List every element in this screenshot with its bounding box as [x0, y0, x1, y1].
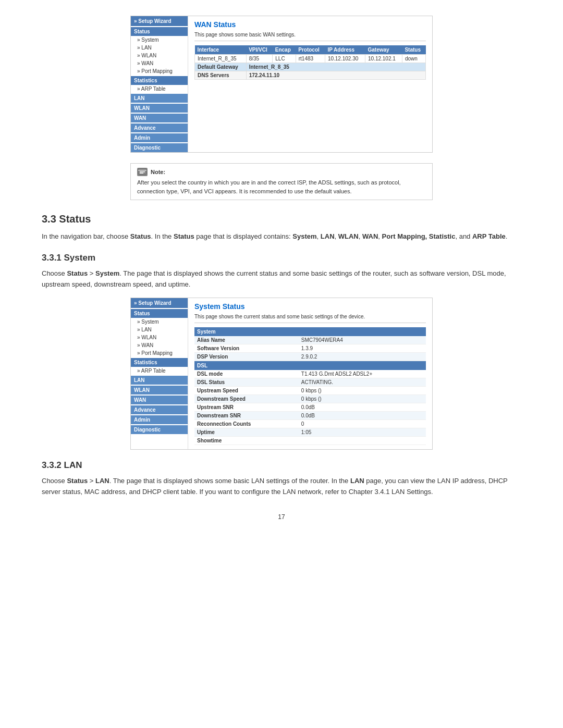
sidebar-wan-nav[interactable]: WAN — [131, 114, 188, 122]
sidebar-wan-nav-2[interactable]: WAN — [131, 396, 188, 404]
alias-label: Alias Name — [194, 336, 299, 344]
sidebar-item-wlan[interactable]: » WLAN — [131, 52, 188, 59]
sidebar-wlan[interactable]: WLAN — [131, 104, 188, 113]
software-label: Software Version — [194, 344, 299, 353]
col-status: Status — [402, 45, 425, 55]
sidebar-item-wan[interactable]: » WAN — [131, 59, 188, 67]
sidebar-admin[interactable]: Admin — [131, 133, 188, 142]
showtime-label: Showtime — [194, 437, 299, 445]
wan-table-row: Internet_R_8_35 8/35 LLC rt1483 10.12.10… — [195, 55, 426, 63]
section-3-3-1-body: Choose Status > System. The page that is… — [42, 268, 521, 290]
wan-page-title: WAN Status — [194, 20, 426, 29]
sidebar-diagnostic[interactable]: Diagnostic — [131, 143, 188, 152]
wan-page-description: This page shows some basic WAN settings. — [194, 32, 426, 41]
section-3-3-body: In the navigation bar, choose Status. In… — [42, 231, 521, 242]
upstream-row: Upstream Speed 0 kbps () — [194, 387, 426, 395]
sidebar-arp-table[interactable]: » ARP Table — [131, 85, 188, 93]
sidebar-system: » Setup Wizard Status » System » LAN » W… — [131, 298, 188, 449]
sidebar-arp-table-2[interactable]: » ARP Table — [131, 367, 188, 375]
sidebar-statistics[interactable]: Statistics — [131, 76, 188, 85]
dsp-row: DSP Version 2.9.0.2 — [194, 353, 426, 361]
col-encap: Encap — [273, 45, 296, 55]
col-gateway: Gateway — [365, 45, 402, 55]
reconnection-row: Reconnection Counts 0 — [194, 420, 426, 428]
dsp-value: 2.9.0.2 — [299, 353, 426, 361]
sidebar-advance[interactable]: Advance — [131, 124, 188, 132]
svg-rect-3 — [140, 173, 143, 174]
software-row: Software Version 1.3.9 — [194, 344, 426, 353]
sidebar-item-system-2[interactable]: » System — [131, 318, 188, 326]
showtime-value — [299, 437, 426, 445]
sidebar-status-header-2[interactable]: Status — [131, 309, 188, 318]
sidebar-wlan-2[interactable]: WLAN — [131, 386, 188, 394]
cell-gateway: 10.12.102.1 — [365, 55, 402, 63]
section-3-3-2-body: Choose Status > LAN. The page that is di… — [42, 476, 521, 498]
downsnr-value: 0.0dB — [299, 412, 426, 420]
upsnr-row: Upstream SNR 0.0dB — [194, 403, 426, 412]
system-page-title: System Status — [194, 302, 426, 311]
reconnection-value: 0 — [299, 420, 426, 428]
section-3-3-2-heading: 3.3.2 LAN — [42, 460, 521, 471]
note-header: Note: — [137, 168, 426, 176]
sidebar-setup-wizard[interactable]: » Setup Wizard — [131, 16, 188, 26]
upsnr-value: 0.0dB — [299, 403, 426, 412]
uptime-value: 1:05 — [299, 428, 426, 437]
gateway-row: Default Gateway Internet_R_8_35 — [195, 63, 426, 71]
sidebar-item-wlan-2[interactable]: » WLAN — [131, 334, 188, 341]
sidebar-item-system[interactable]: » System — [131, 36, 188, 44]
sidebar-lan[interactable]: LAN — [131, 94, 188, 103]
sidebar-item-portmapping[interactable]: » Port Mapping — [131, 67, 188, 75]
wan-status-table: Interface VPI/VCI Encap Protocol IP Addr… — [194, 45, 426, 80]
sidebar-lan-2[interactable]: LAN — [131, 376, 188, 385]
sidebar-statistics-2[interactable]: Statistics — [131, 358, 188, 367]
downsnr-label: Downstream SNR — [194, 412, 299, 420]
cell-vpivci: 8/35 — [246, 55, 273, 63]
system-main-content: System Status This page shows the curren… — [188, 298, 432, 449]
system-status-table: System Alias Name SMC7904WERA4 Software … — [194, 327, 426, 445]
dsl-section-row: DSL — [194, 361, 426, 371]
cell-ipaddress: 10.12.102.30 — [325, 55, 365, 63]
downstream-value: 0 kbps () — [299, 395, 426, 403]
note-icon — [137, 168, 148, 176]
sidebar-item-wan-2[interactable]: » WAN — [131, 341, 188, 349]
uptime-row: Uptime 1:05 — [194, 428, 426, 437]
dsp-label: DSP Version — [194, 353, 299, 361]
system-section-row: System — [194, 327, 426, 336]
page-number: 17 — [42, 513, 521, 521]
dns-row: DNS Servers 172.24.11.10 — [195, 71, 426, 80]
alias-value: SMC7904WERA4 — [299, 336, 426, 344]
sidebar-advance-2[interactable]: Advance — [131, 405, 188, 414]
gateway-value: Internet_R_8_35 — [246, 63, 425, 71]
upstream-value: 0 kbps () — [299, 387, 426, 395]
sidebar-item-lan-2[interactable]: » LAN — [131, 326, 188, 334]
system-status-panel: » Setup Wizard Status » System » LAN » W… — [130, 298, 433, 450]
downstream-row: Downstream Speed 0 kbps () — [194, 395, 426, 403]
cell-interface: Internet_R_8_35 — [195, 55, 247, 63]
dslmode-row: DSL mode T1.413 G.Dmt ADSL2 ADSL2+ — [194, 370, 426, 378]
col-ipaddress: IP Address — [325, 45, 365, 55]
reconnection-label: Reconnection Counts — [194, 420, 299, 428]
dsl-section-label: DSL — [194, 361, 426, 371]
sidebar-setup-wizard-2[interactable]: » Setup Wizard — [131, 298, 188, 308]
dslstatus-row: DSL Status ACTIVATING. — [194, 378, 426, 387]
wan-main-content: WAN Status This page shows some basic WA… — [188, 16, 432, 152]
sidebar-admin-2[interactable]: Admin — [131, 415, 188, 424]
sidebar-item-lan[interactable]: » LAN — [131, 44, 188, 52]
dslmode-value: T1.413 G.Dmt ADSL2 ADSL2+ — [299, 370, 426, 378]
downstream-label: Downstream Speed — [194, 395, 299, 403]
alias-row: Alias Name SMC7904WERA4 — [194, 336, 426, 344]
upsnr-label: Upstream SNR — [194, 403, 299, 412]
sidebar-item-portmapping-2[interactable]: » Port Mapping — [131, 349, 188, 357]
dns-value: 172.24.11.10 — [246, 71, 425, 80]
system-section-label: System — [194, 327, 426, 336]
col-interface: Interface — [195, 45, 247, 55]
col-vpivci: VPI/VCI — [246, 45, 273, 55]
dslstatus-value: ACTIVATING. — [299, 378, 426, 387]
sidebar-diagnostic-2[interactable]: Diagnostic — [131, 425, 188, 434]
upstream-label: Upstream Speed — [194, 387, 299, 395]
cell-protocol: rt1483 — [296, 55, 325, 63]
sidebar-status-header[interactable]: Status — [131, 27, 188, 36]
svg-rect-2 — [140, 171, 145, 172]
note-label: Note: — [151, 169, 165, 175]
uptime-label: Uptime — [194, 428, 299, 437]
